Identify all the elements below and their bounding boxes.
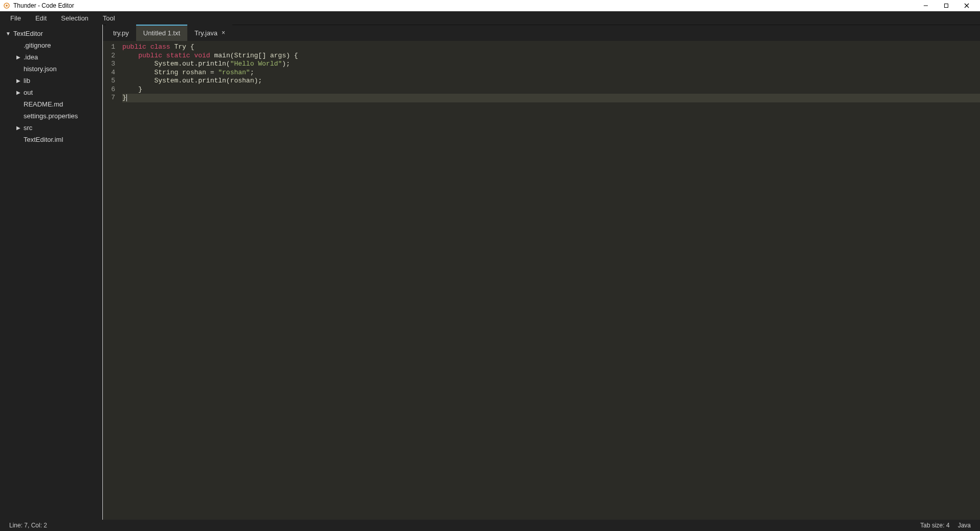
code-area[interactable]: public class Try { public static void ma…	[119, 41, 980, 520]
tree-item[interactable]: README.md	[0, 98, 102, 110]
tree-item-label: history.json	[23, 65, 57, 73]
line-number: 5	[103, 77, 115, 86]
text-caret	[126, 94, 127, 101]
tree-item-label: src	[23, 124, 32, 132]
tree-item[interactable]: settings.properties	[0, 110, 102, 122]
statusbar: Line: 7, Col: 2 Tab size: 4 Java	[0, 520, 980, 531]
svg-point-1	[6, 5, 8, 7]
tab-label: try.py	[113, 29, 129, 37]
tree-item-label: .gitignore	[23, 41, 51, 49]
tree-root[interactable]: ▼ TextEditor	[0, 28, 102, 39]
tree-item-label: lib	[23, 77, 30, 84]
code-line: String roshan = "roshan";	[122, 69, 254, 76]
tree-item[interactable]: TextEditor.iml	[0, 134, 102, 145]
tree-item[interactable]: .gitignore	[0, 39, 102, 51]
menu-edit[interactable]: Edit	[28, 12, 54, 24]
line-number: 1	[103, 43, 115, 52]
code-line: public static void main(String[] args) {	[122, 52, 298, 59]
svg-rect-3	[945, 4, 948, 8]
status-language[interactable]: Java	[954, 522, 975, 529]
tree-root-label: TextEditor	[12, 30, 43, 37]
tree-item[interactable]: ▶.idea	[0, 51, 102, 63]
close-icon[interactable]: ×	[222, 29, 225, 36]
tab-label: Untitled 1.txt	[143, 29, 180, 37]
file-explorer: ▼ TextEditor .gitignore▶.ideahistory.jso…	[0, 25, 102, 520]
chevron-right-icon: ▶	[14, 90, 23, 95]
line-number: 3	[103, 60, 115, 69]
tab[interactable]: Try.java×	[187, 25, 232, 41]
chevron-down-icon: ▼	[4, 31, 12, 36]
code-line: public class Try {	[122, 43, 194, 51]
code-line: System.out.println("Hello World");	[122, 60, 290, 68]
maximize-button[interactable]	[936, 0, 956, 11]
tab[interactable]: try.py	[106, 25, 136, 41]
minimize-button[interactable]	[916, 0, 936, 11]
tree-item-label: TextEditor.iml	[23, 136, 63, 143]
tree-item[interactable]: ▶src	[0, 122, 102, 134]
menu-selection[interactable]: Selection	[54, 12, 95, 24]
tree-item[interactable]: ▶lib	[0, 75, 102, 87]
tab[interactable]: Untitled 1.txt	[136, 25, 187, 41]
close-button[interactable]	[956, 0, 977, 11]
window-title: Thunder - Code Editor	[13, 2, 74, 9]
status-tabsize[interactable]: Tab size: 4	[916, 522, 953, 529]
tab-bar: try.pyUntitled 1.txtTry.java×	[103, 25, 980, 41]
menubar: FileEditSelectionTool	[0, 11, 980, 25]
code-line: System.out.println(roshan);	[122, 77, 262, 84]
tree-item[interactable]: history.json	[0, 63, 102, 75]
code-line: }	[122, 86, 142, 93]
tree-item-label: settings.properties	[23, 112, 78, 120]
menu-file[interactable]: File	[3, 12, 28, 24]
tree-item-label: .idea	[23, 53, 38, 61]
line-number: 4	[103, 69, 115, 77]
line-number: 6	[103, 86, 115, 94]
menu-tool[interactable]: Tool	[96, 12, 122, 24]
status-position[interactable]: Line: 7, Col: 2	[5, 522, 51, 529]
tree-item-label: out	[23, 89, 33, 96]
code-line: }	[122, 94, 980, 102]
line-number: 2	[103, 52, 115, 60]
chevron-right-icon: ▶	[14, 54, 23, 60]
chevron-right-icon: ▶	[14, 125, 23, 131]
tree-item-label: README.md	[23, 100, 63, 108]
line-number: 7	[103, 94, 115, 102]
tab-label: Try.java	[194, 29, 217, 37]
tree-item[interactable]: ▶out	[0, 87, 102, 98]
app-icon	[3, 2, 10, 9]
titlebar: Thunder - Code Editor	[0, 0, 980, 11]
code-editor[interactable]: 1234567 public class Try { public static…	[103, 41, 980, 520]
line-gutter: 1234567	[103, 41, 119, 520]
chevron-right-icon: ▶	[14, 78, 23, 83]
